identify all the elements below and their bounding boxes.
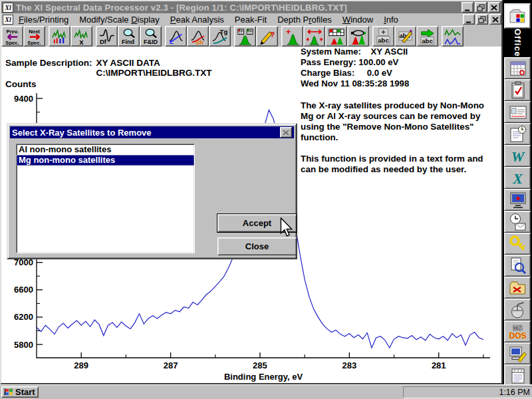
mdi-child-icon[interactable]: Xl [3, 15, 13, 25]
dialog-close-icon[interactable] [280, 127, 292, 138]
quantify-report-button[interactable] [234, 26, 256, 47]
icon-canvas: abc [397, 28, 414, 45]
spectrum-multiply-button[interactable]: x [70, 26, 92, 47]
svg-text:abc: abc [378, 37, 389, 44]
sample-description-label: Sample Description: [5, 58, 92, 78]
start-label: Start [15, 387, 35, 397]
key-button[interactable] [504, 233, 531, 255]
window-caption-buttons [462, 2, 500, 13]
annotation-text: The X-ray satellites produced by Non-Mon… [301, 100, 497, 175]
icon-canvas: + [284, 28, 301, 45]
schedule-mail-button[interactable] [504, 211, 531, 233]
svg-text:+: + [285, 28, 290, 37]
contacts-button[interactable] [504, 101, 531, 123]
menu-info[interactable]: Info [378, 14, 404, 25]
satellites-dialog: Select X-Ray Satellites to Remove Al non… [7, 123, 297, 259]
mouse-button[interactable] [504, 299, 531, 321]
satellite-listbox[interactable]: Al non-mono satellitesMg non-mono satell… [16, 144, 195, 253]
restore-icon[interactable] [475, 2, 487, 13]
svg-text:x: x [79, 38, 84, 45]
menu-files-printing[interactable]: Files/Printing [13, 14, 74, 25]
app-icon[interactable]: Xl [3, 3, 13, 13]
start-button[interactable]: Start [1, 386, 39, 398]
svg-text:Find: Find [121, 39, 134, 45]
icon-canvas [509, 191, 527, 209]
windows-logo-icon [3, 388, 13, 396]
derivative-button[interactable]: Df [96, 26, 118, 47]
icon-canvas [509, 213, 527, 231]
toolbar: Prev.Spec.NextSpec.xDfFindF&IDLShTg?+abc… [1, 26, 501, 47]
peak-table-button[interactable] [325, 26, 347, 47]
move-text-button[interactable]: abc [416, 26, 438, 47]
spectrum-with-bars-button[interactable] [49, 26, 70, 47]
svg-text:W: W [511, 148, 525, 165]
prev-spectrum-button[interactable]: Prev.Spec. [1, 26, 23, 47]
icon-canvas [444, 28, 462, 45]
find-file-button[interactable] [504, 255, 531, 277]
icon-canvas: Tg [211, 28, 229, 45]
icon-canvas [306, 28, 323, 45]
restore-icon[interactable] [476, 14, 488, 25]
close-button[interactable]: Close [217, 237, 297, 255]
system-tray: 1:16 PM [403, 386, 532, 398]
sample-description: Sample Description: XY ASCII DATA C:\IMP… [5, 58, 212, 78]
sample-description-value: XY ASCII DATA C:\IMPORT\HEIDLBRG.TXT [96, 58, 212, 78]
monitor-button[interactable] [504, 189, 531, 211]
annotate-curve-button[interactable]: ? [256, 26, 278, 47]
icon-canvas [508, 7, 527, 25]
icon-canvas: Df [98, 28, 116, 45]
office-shortcut-bar-button[interactable] [504, 3, 531, 29]
msdos-button[interactable]: MSDOS [504, 321, 531, 342]
icon-canvas [509, 81, 527, 99]
minimize-icon[interactable] [462, 2, 473, 13]
office-shortcut-bar: Office WXMSDOS [503, 0, 532, 384]
icon-canvas: abc [419, 28, 436, 45]
computer-edit-button[interactable] [504, 342, 531, 364]
svg-text:DOS: DOS [509, 331, 526, 340]
excel-button[interactable]: X [504, 167, 531, 189]
find-peaks-button[interactable]: Find [118, 26, 140, 47]
add-peak-button[interactable]: + [281, 26, 303, 47]
folder-tools-button[interactable] [504, 277, 531, 299]
taskbar[interactable]: Start 1:16 PM [0, 384, 532, 399]
icon-canvas: NextSpec. [26, 28, 43, 45]
find-and-identify-button[interactable]: F&ID [140, 26, 162, 47]
menu-window[interactable]: Window [337, 14, 378, 25]
title-bar: Xl The XI Spectral Data Processor v2.3 -… [1, 1, 501, 13]
next-spectrum-button[interactable]: NextSpec. [23, 26, 45, 47]
notepad-button[interactable] [504, 364, 531, 386]
overlay-spectra-button[interactable] [442, 26, 464, 47]
menu-items: Files/PrintingModify/Scale DisplayPeak A… [13, 14, 404, 25]
adjust-peak-width-button[interactable] [303, 26, 325, 47]
word-button[interactable]: W [504, 145, 531, 167]
icon-canvas: Prev.Spec. [4, 28, 21, 45]
close-icon[interactable] [488, 2, 500, 13]
icon-canvas: x [73, 28, 90, 45]
icon-canvas [509, 279, 527, 297]
icon-canvas [328, 28, 345, 45]
satellite-list-item[interactable]: Mg non-mono satellites [17, 155, 194, 166]
menu-peak-fit[interactable]: Peak-Fit [229, 14, 272, 25]
journal-button[interactable] [504, 123, 531, 145]
shirley-background-button[interactable]: Sh [187, 26, 209, 47]
tougaard-background-button[interactable]: Tg [209, 26, 231, 47]
calendar-button[interactable] [504, 57, 531, 79]
menu-modify-scale-display[interactable]: Modify/Scale Display [74, 14, 165, 25]
peak-identify-oval-button[interactable] [347, 26, 369, 47]
icon-canvas [509, 344, 527, 362]
dialog-title-bar[interactable]: Select X-Ray Satellites to Remove [10, 126, 294, 138]
add-text-button[interactable]: abc [372, 26, 394, 47]
dialog-title: Select X-Ray Satellites to Remove [12, 128, 152, 138]
icon-canvas [509, 235, 527, 253]
icon-canvas [509, 59, 527, 77]
menu-peak-analysis[interactable]: Peak Analysis [165, 14, 229, 25]
tasks-button[interactable] [504, 79, 531, 101]
satellite-list-item[interactable]: Al non-mono satellites [17, 144, 194, 155]
icon-canvas [509, 257, 527, 275]
linear-background-button[interactable]: L [165, 26, 187, 47]
minimize-icon[interactable] [463, 14, 475, 25]
edit-text-button[interactable]: abc [394, 26, 416, 47]
y-axis-title: Counts [5, 79, 37, 89]
close-icon[interactable] [489, 14, 501, 25]
menu-depth-profiles[interactable]: Depth Profiles [272, 14, 337, 25]
